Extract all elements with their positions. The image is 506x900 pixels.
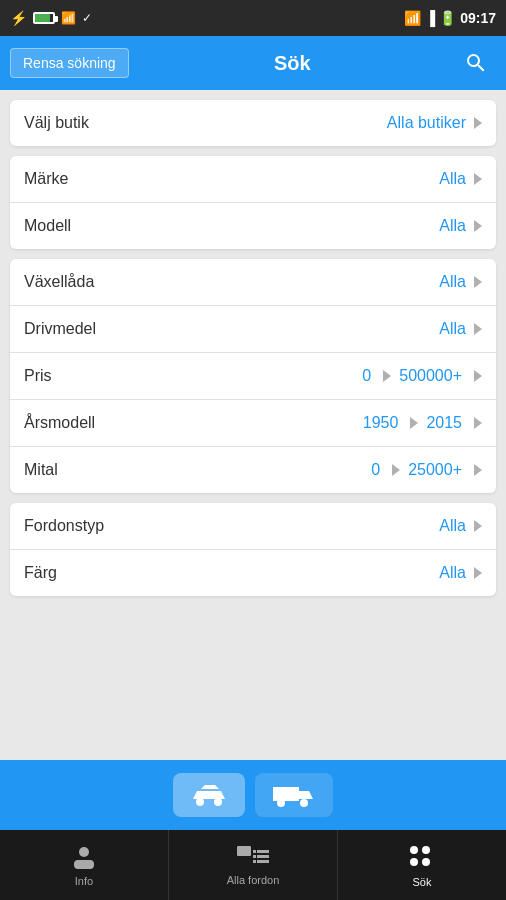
drivmedel-label: Drivmedel: [24, 320, 96, 338]
store-row[interactable]: Välj butik Alla butiker: [10, 100, 496, 146]
time-display: 09:17: [460, 10, 496, 26]
chevron-icon: [410, 417, 418, 429]
chevron-icon: [474, 464, 482, 476]
search-button[interactable]: [456, 43, 496, 83]
store-label: Välj butik: [24, 114, 89, 132]
store-value: Alla butiker: [387, 114, 482, 132]
vehicle-card: Märke Alla Modell Alla: [10, 156, 496, 249]
status-bar: ⚡ 📶 ✓ 📶 ▐ 🔋 09:17: [0, 0, 506, 36]
vaxellada-label: Växellåda: [24, 273, 94, 291]
svg-point-16: [410, 858, 418, 866]
modell-row[interactable]: Modell Alla: [10, 203, 496, 249]
farg-label: Färg: [24, 564, 57, 582]
svg-rect-9: [257, 850, 269, 853]
farg-row[interactable]: Färg Alla: [10, 550, 496, 596]
truck-icon: [271, 781, 317, 809]
vaxellada-value: Alla: [439, 273, 482, 291]
status-icons-left: ⚡ 📶 ✓: [10, 10, 92, 26]
vehicle-type-selector: [0, 760, 506, 830]
svg-rect-7: [237, 846, 251, 856]
svg-point-4: [300, 799, 308, 807]
sok-icon: [406, 842, 438, 872]
svg-rect-6: [74, 860, 94, 869]
signal-bars-icon: ▐: [425, 10, 435, 26]
mital-to: 25000+: [408, 461, 462, 479]
wifi-icon: 📶: [404, 10, 421, 26]
svg-rect-13: [257, 860, 269, 863]
modell-value: Alla: [439, 217, 482, 235]
battery-icon: [33, 12, 55, 24]
alla-fordon-icon: [237, 844, 269, 870]
mital-from: 0: [371, 461, 380, 479]
chevron-icon: [474, 323, 482, 335]
chevron-icon: [474, 173, 482, 185]
chevron-icon: [474, 117, 482, 129]
svg-point-17: [422, 858, 430, 866]
svg-rect-10: [253, 855, 256, 858]
svg-point-0: [196, 798, 204, 806]
details-card: Växellåda Alla Drivmedel Alla Pris 0 500…: [10, 259, 496, 493]
chevron-icon: [474, 520, 482, 532]
nav-item-alla-fordon[interactable]: Alla fordon: [169, 830, 338, 900]
pris-from: 0: [362, 367, 371, 385]
chevron-icon: [474, 370, 482, 382]
arsmodell-range: 1950 2015: [363, 414, 482, 432]
pris-range: 0 500000+: [362, 367, 482, 385]
svg-point-1: [214, 798, 222, 806]
svg-point-5: [79, 847, 89, 857]
nav-info-label: Info: [75, 875, 93, 887]
truck-type-button[interactable]: [255, 773, 333, 817]
svg-point-14: [410, 846, 418, 854]
vaxellada-row[interactable]: Växellåda Alla: [10, 259, 496, 306]
drivmedel-value: Alla: [439, 320, 482, 338]
mital-row[interactable]: Mital 0 25000+: [10, 447, 496, 493]
pris-label: Pris: [24, 367, 52, 385]
nav-item-info[interactable]: Info: [0, 830, 169, 900]
marke-value: Alla: [439, 170, 482, 188]
chevron-icon: [474, 276, 482, 288]
car-icon: [189, 781, 229, 809]
svg-rect-11: [257, 855, 269, 858]
nav-item-sok[interactable]: Sök: [338, 830, 506, 900]
svg-rect-8: [253, 850, 256, 853]
arsmodell-row[interactable]: Årsmodell 1950 2015: [10, 400, 496, 447]
arsmodell-from: 1950: [363, 414, 399, 432]
arsmodell-label: Årsmodell: [24, 414, 95, 432]
top-nav: Rensa sökning Sök: [0, 36, 506, 90]
pris-row[interactable]: Pris 0 500000+: [10, 353, 496, 400]
page-title: Sök: [274, 52, 311, 75]
store-card: Välj butik Alla butiker: [10, 100, 496, 146]
person-icon: [70, 843, 98, 871]
svg-point-3: [277, 799, 285, 807]
fordonstyp-label: Fordonstyp: [24, 517, 104, 535]
svg-rect-12: [253, 860, 256, 863]
chevron-icon: [474, 417, 482, 429]
check-icon: ✓: [82, 11, 92, 25]
status-right: 📶 ▐ 🔋 09:17: [404, 10, 496, 26]
extra-card: Fordonstyp Alla Färg Alla: [10, 503, 496, 596]
chevron-icon: [392, 464, 400, 476]
fordonstyp-value: Alla: [439, 517, 482, 535]
mital-label: Mital: [24, 461, 58, 479]
marke-label: Märke: [24, 170, 68, 188]
chevron-icon: [383, 370, 391, 382]
usb-icon: ⚡: [10, 10, 27, 26]
chevron-icon: [474, 567, 482, 579]
clear-search-button[interactable]: Rensa sökning: [10, 48, 129, 78]
arsmodell-to: 2015: [426, 414, 462, 432]
car-type-button[interactable]: [173, 773, 245, 817]
bottom-nav: Info Alla fordon Sök: [0, 830, 506, 900]
search-icon: [464, 51, 488, 75]
pris-to: 500000+: [399, 367, 462, 385]
mital-range: 0 25000+: [371, 461, 482, 479]
drivmedel-row[interactable]: Drivmedel Alla: [10, 306, 496, 353]
nav-alla-fordon-label: Alla fordon: [227, 874, 280, 886]
signal-icon: 📶: [61, 11, 76, 25]
fordonstyp-row[interactable]: Fordonstyp Alla: [10, 503, 496, 550]
battery-full-icon: 🔋: [439, 10, 456, 26]
marke-row[interactable]: Märke Alla: [10, 156, 496, 203]
modell-label: Modell: [24, 217, 71, 235]
farg-value: Alla: [439, 564, 482, 582]
chevron-icon: [474, 220, 482, 232]
main-content: Välj butik Alla butiker Märke Alla Model…: [0, 90, 506, 760]
